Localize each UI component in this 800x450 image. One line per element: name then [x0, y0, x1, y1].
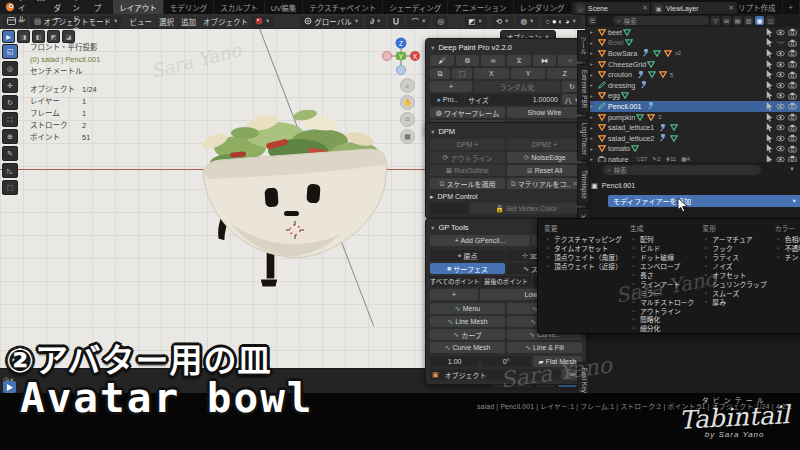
- outliner-row-Bowl[interactable]: ▸Bowl: [585, 38, 800, 49]
- render-camera-icon[interactable]: [788, 49, 797, 57]
- properties-search[interactable]: ⌕検索: [603, 165, 761, 175]
- cursor-select-icon[interactable]: [766, 134, 773, 143]
- render-camera-icon[interactable]: [788, 124, 797, 132]
- workspace-tab-モデリング[interactable]: モデリング: [164, 0, 215, 14]
- topbar-menu-5[interactable]: ヘルプ: [94, 0, 102, 35]
- workspace-tab-シェーディング[interactable]: シェーディング: [383, 0, 448, 14]
- close-icon[interactable]: ✕: [728, 4, 734, 12]
- cursor-select-icon[interactable]: [766, 28, 773, 37]
- measure-tool[interactable]: ◺: [2, 163, 18, 178]
- render-camera-icon[interactable]: [788, 102, 797, 110]
- transform-tool[interactable]: ⊕: [2, 129, 18, 144]
- outliner-row-CheeseGrid[interactable]: ▸CheeseGrid: [585, 59, 800, 70]
- dpm-button-reset-all[interactable]: ⊠Reset All: [507, 165, 582, 176]
- outliner-row-pumpkin[interactable]: ▸pumpkin2: [585, 112, 800, 123]
- cursor-select-icon[interactable]: [766, 81, 773, 90]
- render-camera-icon[interactable]: [788, 28, 797, 36]
- dpm-button-runoutline[interactable]: ⊠RunOutline: [430, 165, 505, 176]
- visibility-eye-icon[interactable]: [776, 124, 785, 131]
- dpm-button--[interactable]: ⧉スケールを適用: [430, 178, 505, 189]
- outliner-row-crouton[interactable]: ▸crouton5: [585, 69, 800, 80]
- render-camera-icon[interactable]: [788, 81, 797, 89]
- bowl-character[interactable]: [170, 53, 410, 303]
- outliner-row-tomato[interactable]: ▸tomato: [585, 144, 800, 155]
- visibility-eye-icon[interactable]: [776, 29, 785, 36]
- menu-追加[interactable]: 追加: [181, 16, 196, 27]
- modifier-item-チント[interactable]: ▫チント: [775, 253, 800, 262]
- dpm-button-dpm2-[interactable]: DPM2 +: [507, 139, 582, 150]
- gear-icon[interactable]: ⚙: [456, 55, 480, 66]
- visibility-eye-icon[interactable]: [776, 103, 785, 110]
- topbar-menu-2[interactable]: 編集: [37, 0, 45, 35]
- topbar-menu-4[interactable]: ウィンドウ: [72, 0, 84, 35]
- workspace-tab-レイアウト[interactable]: レイアウト: [113, 0, 164, 14]
- render-camera-icon[interactable]: [788, 39, 797, 47]
- shading-mode-group[interactable]: ○●◐◕▼: [541, 16, 581, 27]
- annotate-tool[interactable]: ✎: [2, 146, 18, 161]
- cursor-select-icon[interactable]: [766, 91, 773, 100]
- render-camera-icon[interactable]: [788, 92, 797, 100]
- render-camera-icon[interactable]: [788, 113, 797, 121]
- visibility-eye-icon[interactable]: [776, 114, 785, 121]
- gp-grid-button-menu[interactable]: ∿Menu: [430, 303, 505, 314]
- surface-button[interactable]: ■サーフェス: [430, 263, 505, 274]
- plus-button[interactable]: +: [430, 289, 478, 300]
- overlays-dropdown[interactable]: ◍▼: [516, 16, 538, 27]
- outliner-row-salad_lettuce1[interactable]: ▸salad_lettuce1: [585, 122, 800, 133]
- cursor-select-icon[interactable]: [766, 144, 773, 153]
- select-box-tool[interactable]: ◱: [2, 44, 18, 59]
- show-wire-button[interactable]: Show Wire: [507, 107, 582, 118]
- add-gpencil-button[interactable]: + Add GPencil...: [430, 235, 530, 246]
- new-collection-icon[interactable]: ⊞: [722, 16, 731, 25]
- workspace-tab-テクスチャペイント[interactable]: テクスチャペイント: [303, 0, 383, 14]
- transform-orientation-dropdown[interactable]: グローバル▼: [300, 16, 363, 27]
- gp-grid-button-line-mesh[interactable]: ∿Line Mesh: [430, 316, 505, 327]
- menu-オブジェクト[interactable]: オブジェクト: [203, 16, 248, 27]
- move-tool[interactable]: ✛: [2, 78, 18, 93]
- navigation-gizmo[interactable]: Z X Y ⌕ ✋ ⌑ ▦: [382, 36, 420, 144]
- gp-grid-button-line-fill[interactable]: ∿Line & Fill: [507, 342, 582, 353]
- workspace-tab-UV編集[interactable]: UV編集: [265, 0, 303, 14]
- pan-hand-button[interactable]: ✋: [400, 95, 415, 110]
- outliner-search[interactable]: ⌕検索: [613, 16, 709, 25]
- pin-icon[interactable]: ✎: [623, 181, 629, 190]
- modifier-item-頂点ウェイト（近接）[interactable]: ▫頂点ウェイト（近接）: [544, 262, 622, 271]
- workspace-tab-レンダリング[interactable]: レンダリング: [514, 0, 572, 14]
- topbar-menu-1[interactable]: ファイル: [18, 0, 28, 35]
- outliner-row-dressing[interactable]: ▸dressing: [585, 80, 800, 91]
- modifier-item-細分化[interactable]: ▫細分化: [630, 324, 694, 333]
- proportional-editing-icon[interactable]: ◎: [433, 16, 448, 27]
- set-vertex-color-button[interactable]: 🔒Set Vertex Color: [470, 203, 582, 214]
- visibility-eye-icon[interactable]: [776, 92, 785, 99]
- gp-grid-button--[interactable]: ∿カーブ: [430, 329, 505, 340]
- snap-dropdown[interactable]: ⌒▼: [407, 16, 430, 27]
- randomize-button[interactable]: ランダム化: [474, 81, 560, 92]
- render-camera-icon[interactable]: [788, 71, 797, 79]
- sidebar-tab-LogoTracer[interactable]: LogoTracer: [577, 117, 590, 161]
- viewlayer-selector[interactable]: ▣ ViewLayer ✕: [650, 1, 738, 15]
- sidebar-tab-Extreme PBR[interactable]: Extreme PBR: [577, 64, 590, 114]
- points-button-2[interactable]: 最後のポイント: [481, 276, 530, 287]
- visibility-eye-icon[interactable]: [776, 39, 785, 46]
- menu-ビュー[interactable]: ビュー: [129, 16, 152, 27]
- angle-value-field[interactable]: 0°: [481, 356, 530, 367]
- modifier-item-厚み[interactable]: ▫厚み: [702, 297, 766, 306]
- dpm-control-expander[interactable]: ▸: [430, 193, 435, 201]
- outliner-row-beet[interactable]: ▸beet: [585, 27, 800, 38]
- points-button-1[interactable]: すべてのポイント: [430, 276, 479, 287]
- cursor-select-icon[interactable]: [766, 60, 773, 69]
- axis-x-button[interactable]: X: [474, 68, 509, 79]
- visibility-eye-icon[interactable]: [776, 50, 785, 57]
- outliner-row-salad_lettuce2[interactable]: ▸salad_lettuce2: [585, 133, 800, 144]
- render-camera-icon[interactable]: [788, 145, 797, 153]
- visibility-eye-icon[interactable]: [776, 145, 785, 152]
- blender-logo-icon[interactable]: [5, 2, 15, 12]
- origin-button[interactable]: ⌖原点: [430, 250, 505, 261]
- visibility-eye-icon[interactable]: [776, 71, 785, 78]
- outliner-row-Pencil.001[interactable]: ▸Pencil.001: [585, 101, 800, 112]
- outliner-row-BowSara[interactable]: ▸BowSarax2: [585, 48, 800, 59]
- scale-tool[interactable]: ⛶: [2, 112, 18, 127]
- icon-c[interactable]: ▦: [755, 16, 764, 25]
- visibility-eye-icon[interactable]: [776, 61, 785, 68]
- flat-mesh-button[interactable]: ▰Flat Mesh: [533, 356, 582, 367]
